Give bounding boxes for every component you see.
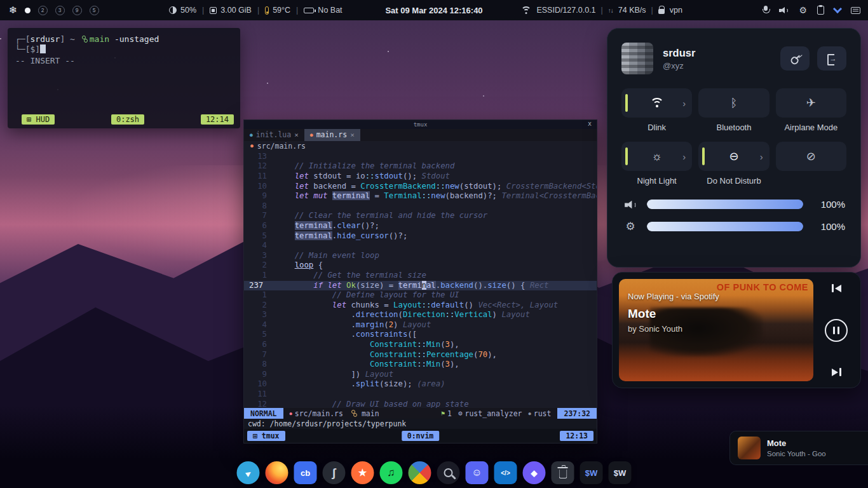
tab-init-lua[interactable]: ● init.lua ×	[244, 129, 304, 141]
dock-discord[interactable]: ☺	[466, 461, 489, 484]
code-line: 13	[244, 152, 597, 162]
tab-close-icon[interactable]: ×	[350, 131, 355, 139]
chevron-right-icon[interactable]: ›	[682, 98, 686, 109]
tmux-window-badge[interactable]: 0:nvim	[402, 431, 440, 441]
toggle-label: Airplane Mode	[784, 123, 837, 133]
window-title: tmux	[414, 121, 428, 128]
tab-label: init.lua	[256, 130, 291, 139]
dock-codeblocks[interactable]: cb	[294, 461, 317, 484]
code-line: 10 .split(size); (area)	[244, 379, 597, 390]
essid[interactable]: ESSID/127.0.0.1	[536, 6, 595, 15]
separator: |	[601, 6, 603, 15]
tab-close-icon[interactable]: ×	[294, 131, 299, 139]
vi-mode-indicator: -- INSERT --	[15, 56, 233, 66]
stars	[0, 38, 1, 39]
hud-window-badge[interactable]: 0:zsh	[111, 114, 144, 125]
brightness-slider[interactable]	[647, 222, 803, 231]
clipboard-icon[interactable]	[817, 6, 824, 15]
workspace-3[interactable]: 3	[55, 6, 65, 15]
volume-fill	[647, 200, 803, 209]
album-art[interactable]: OF PUNK TO COME Now Playing - via Spotif…	[619, 279, 813, 381]
chevron-right-icon[interactable]: ›	[760, 151, 763, 162]
previous-button[interactable]	[832, 284, 841, 292]
volume-slider[interactable]	[647, 200, 803, 209]
gear-icon: ⚙	[458, 409, 463, 417]
keyring-button[interactable]	[780, 46, 810, 71]
wifi-icon	[650, 98, 664, 108]
next-button[interactable]	[832, 368, 841, 376]
code-line: 237 if let Ok(size) = terminal.backend()…	[244, 281, 597, 291]
code-line: 7 Constraint::Percentage(70),	[244, 350, 597, 360]
toggle-do-not-disturb[interactable]: ⊖ ›	[698, 142, 769, 171]
hud-session-badge[interactable]: ⊞ HUD	[22, 114, 55, 125]
dock-vscode[interactable]: </>	[494, 461, 517, 484]
system-stats: 50% | 3.00 GiB | 59°C | No Bat	[169, 0, 342, 20]
dock-star-app[interactable]: ★	[351, 461, 374, 484]
dock-hook-tool[interactable]: ʃ	[323, 461, 346, 484]
code-line: 6 terminal.clear()?;	[244, 221, 597, 231]
memory-value: 3.00 GiB	[220, 6, 252, 15]
dnd-icon: ⊖	[729, 149, 738, 163]
distro-logo-icon[interactable]: ❄	[9, 4, 17, 16]
vpn-label[interactable]: vpn	[670, 6, 682, 15]
close-icon[interactable]: x	[588, 120, 592, 127]
volume-row: 100%	[623, 199, 845, 210]
clock[interactable]: Sat 09 Mar 2024 12:16:40	[385, 0, 482, 20]
speaker-icon[interactable]	[779, 6, 789, 14]
window-titlebar[interactable]: tmux x	[244, 120, 597, 129]
logout-button[interactable]	[817, 46, 846, 71]
username: srdusr	[663, 47, 780, 59]
chevron-right-icon[interactable]: ›	[682, 151, 686, 162]
dock-telegram[interactable]: ►	[237, 461, 260, 484]
editor-window[interactable]: tmux x ● init.lua × ● main.rs × ● src/ma…	[243, 119, 597, 444]
toggle-dlink[interactable]: ›	[621, 88, 692, 118]
workspace-5[interactable]: 5	[90, 6, 99, 15]
dock-firefox[interactable]	[266, 461, 288, 484]
cpu-icon	[169, 6, 177, 14]
toggle-night-light[interactable]: ☼ ›	[621, 142, 692, 171]
blocked-icon: ⊘	[806, 149, 816, 163]
tmux-session-badge[interactable]: ⊞ tmux	[247, 431, 285, 441]
workspace-9[interactable]: 9	[72, 6, 82, 15]
brightness-fill	[647, 222, 803, 231]
avatar[interactable]	[621, 43, 653, 74]
temperature-icon	[265, 6, 269, 15]
airplane-icon: ✈	[806, 96, 816, 110]
pause-button[interactable]	[825, 319, 848, 342]
code-line: 4	[244, 241, 597, 251]
rust-file-icon: ●	[310, 132, 313, 138]
temperature-value: 59°C	[273, 6, 290, 15]
dock-wallet-w2[interactable]: $W	[609, 461, 632, 484]
toggle-airplane-mode[interactable]: ✈	[776, 88, 846, 118]
tab-main-rs[interactable]: ● main.rs ×	[304, 129, 360, 141]
volume-value: 100%	[812, 199, 845, 210]
code-line: 1 // Define layout for the UI	[244, 290, 597, 301]
dock-proton-app[interactable]: ◆	[523, 461, 546, 484]
dock-search[interactable]	[437, 461, 460, 484]
workspace-2[interactable]: 2	[38, 6, 48, 15]
telegram-icon: ►	[242, 466, 254, 479]
vpn-lock-icon	[658, 9, 665, 14]
notification[interactable]: Mote Sonic Youth - Goo	[729, 431, 868, 465]
microphone-icon[interactable]	[763, 6, 769, 15]
dock-trash[interactable]	[552, 461, 574, 484]
settings-gear-icon[interactable]: ⚙	[799, 5, 807, 15]
toggle-blocked[interactable]: ⊘	[776, 142, 846, 171]
code-line: 4 .margin(2) Layout	[244, 320, 597, 330]
spotify-icon: ♫	[387, 466, 395, 479]
code-area[interactable]: 1312 // Initialize the terminal backend1…	[244, 151, 597, 408]
dock-photos[interactable]	[409, 461, 431, 484]
code-line: 5 terminal.hide_cursor()?;	[244, 231, 597, 241]
workspace-active-dot[interactable]	[25, 8, 31, 13]
now-playing-label: Now Playing - via Spotify	[628, 292, 719, 301]
toggle-bluetooth[interactable]: ᛒ	[698, 88, 769, 118]
wallet-w1-icon: $W	[585, 468, 598, 478]
dock-wallet-w1[interactable]: $W	[580, 461, 603, 484]
monitor-icon[interactable]	[851, 7, 860, 14]
code-line: 5 .constraints([	[244, 330, 597, 340]
hud-terminal-window[interactable]: ┌─[srdusr] ~ main -unstaged └─[$] -- INS…	[8, 28, 240, 128]
dock-spotify[interactable]: ♫	[380, 461, 403, 484]
code-line: 3 // Main event loop	[244, 251, 597, 261]
chevron-down-icon[interactable]	[833, 4, 842, 13]
code-line: 9 ]) Layout	[244, 370, 597, 380]
